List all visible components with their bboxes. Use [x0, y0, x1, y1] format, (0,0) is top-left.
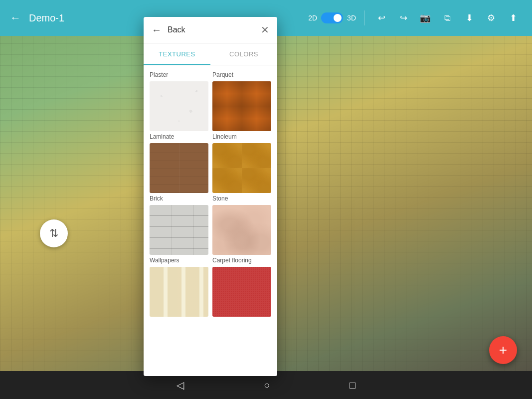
texture-thumb-carpet[interactable]: [212, 267, 271, 317]
modal-back-icon[interactable]: ←: [152, 24, 162, 36]
texture-thumb-brick[interactable]: [150, 205, 208, 255]
redo-button[interactable]: ↪: [394, 9, 412, 27]
texture-col-laminate: Laminate: [150, 133, 208, 193]
header-actions: 2D 3D ↩ ↪ 📷 ⧉ ⬇ ⚙ ⬆: [308, 9, 522, 27]
texture-modal-panel: ← Back ✕ TEXTURES COLORS Plaster Parquet…: [144, 17, 277, 376]
settings-button[interactable]: ⚙: [482, 9, 500, 27]
texture-col-brick: Brick: [150, 195, 208, 255]
texture-col-wallpapers: Wallpapers: [150, 257, 208, 317]
modal-content: Plaster Parquet Laminate Linoleum Brick: [144, 65, 277, 376]
texture-thumb-stone[interactable]: [212, 205, 271, 255]
fab-add-button[interactable]: +: [489, 336, 517, 364]
texture-col-plaster: Plaster: [150, 71, 208, 131]
view-toggle-switch[interactable]: [321, 12, 343, 23]
texture-row-1: Plaster Parquet: [150, 71, 271, 131]
texture-thumb-parquet[interactable]: [212, 81, 271, 131]
modal-close-icon[interactable]: ✕: [261, 24, 269, 36]
nav-back-icon[interactable]: ◁: [177, 379, 184, 391]
view-2d-label: 2D: [308, 14, 317, 22]
header-back-icon[interactable]: ←: [10, 11, 21, 24]
texture-col-carpet: Carpet flooring: [212, 257, 271, 317]
label-parquet: Parquet: [212, 71, 271, 78]
modal-tabs: TEXTURES COLORS: [144, 43, 277, 65]
nav-recents-icon[interactable]: □: [350, 380, 355, 391]
tab-colors[interactable]: COLORS: [210, 43, 277, 65]
label-wallpapers: Wallpapers: [150, 257, 208, 264]
label-linoleum: Linoleum: [212, 133, 271, 140]
texture-col-stone: Stone: [212, 195, 271, 255]
download-button[interactable]: ⬇: [460, 9, 478, 27]
share-button[interactable]: ⬆: [504, 9, 522, 27]
modal-header: ← Back ✕: [144, 17, 277, 43]
label-laminate: Laminate: [150, 133, 208, 140]
tab-textures[interactable]: TEXTURES: [144, 43, 210, 65]
texture-thumb-plaster[interactable]: [150, 81, 208, 131]
header-divider: [364, 10, 364, 25]
texture-row-4: Wallpapers Carpet flooring: [150, 257, 271, 317]
modal-title: Back: [168, 25, 255, 34]
label-plaster: Plaster: [150, 71, 208, 78]
texture-col-parquet: Parquet: [212, 71, 271, 131]
layers-button[interactable]: ⧉: [438, 9, 456, 27]
nav-home-icon[interactable]: ○: [264, 380, 270, 391]
updown-float-button[interactable]: ⇅: [40, 219, 68, 247]
label-stone: Stone: [212, 195, 271, 202]
undo-button[interactable]: ↩: [372, 9, 390, 27]
camera-button[interactable]: 📷: [416, 9, 434, 27]
texture-row-2: Laminate Linoleum: [150, 133, 271, 193]
view-3d-label: 3D: [347, 14, 356, 22]
label-brick: Brick: [150, 195, 208, 202]
texture-thumb-wallpapers[interactable]: [150, 267, 208, 317]
texture-thumb-linoleum[interactable]: [212, 143, 271, 193]
texture-col-linoleum: Linoleum: [212, 133, 271, 193]
texture-thumb-laminate[interactable]: [150, 143, 208, 193]
label-carpet: Carpet flooring: [212, 257, 271, 264]
texture-row-3: Brick Stone: [150, 195, 271, 255]
